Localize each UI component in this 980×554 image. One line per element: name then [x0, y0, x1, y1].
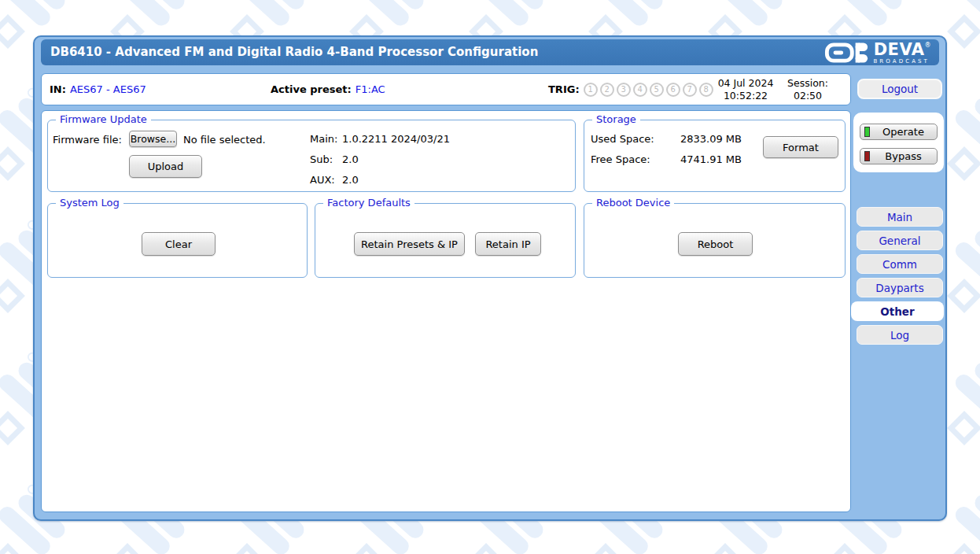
- free-space-label: Free Space:: [591, 153, 650, 165]
- clear-button[interactable]: Clear: [142, 232, 216, 256]
- firmware-sub-value: 2.0: [342, 153, 359, 165]
- input-status: IN: AES67 - AES67: [50, 74, 146, 105]
- brand-name: DEVA: [874, 42, 925, 58]
- operate-bypass-panel: Operate Bypass: [853, 113, 944, 172]
- title-bar: DB6410 - Advanced FM and Digital Radio 4…: [41, 39, 939, 65]
- trig-indicator-1: 1: [584, 83, 598, 97]
- sidebar-item-dayparts[interactable]: Dayparts: [857, 278, 943, 297]
- firmware-file-label: Firmware file:: [53, 134, 122, 146]
- sidebar-item-other[interactable]: Other: [851, 301, 944, 321]
- deva-watermark-icon: [944, 349, 980, 460]
- operate-label: Operate: [870, 126, 937, 138]
- free-space-value: 4741.91 MB: [663, 153, 742, 165]
- bypass-label: Bypass: [870, 150, 937, 162]
- deva-watermark-icon: [944, 217, 980, 327]
- active-preset-status: Active preset: F1:AC: [271, 74, 385, 105]
- bypass-led-icon: [864, 151, 870, 161]
- reboot-button[interactable]: Reboot: [678, 232, 753, 256]
- trig-indicator-5: 5: [650, 83, 664, 97]
- firmware-main-value: 1.0.2211 2024/03/21: [342, 133, 450, 145]
- browse-button[interactable]: Browse...: [129, 131, 177, 147]
- storage-title: Storage: [592, 113, 640, 125]
- used-space-label: Used Space:: [591, 133, 654, 145]
- no-file-text: No file selected.: [183, 134, 266, 146]
- page-title: DB6410 - Advanced FM and Digital Radio 4…: [50, 39, 538, 65]
- content-panel: Firmware Update Firmware file: Browse...…: [41, 110, 851, 512]
- retain-presets-ip-button[interactable]: Retain Presets & IP: [354, 232, 465, 256]
- reboot-device-title: Reboot Device: [592, 197, 674, 209]
- trig-indicator-6: 6: [666, 83, 680, 97]
- section-system-log: System Log Clear: [47, 203, 308, 278]
- preset-value: F1:AC: [356, 83, 385, 95]
- sidebar-item-general[interactable]: General: [857, 231, 943, 250]
- firmware-main-label: Main:: [310, 133, 337, 145]
- deva-watermark-icon: [944, 0, 980, 63]
- firmware-sub-label: Sub:: [310, 153, 333, 165]
- session-value: 02:50: [768, 90, 847, 102]
- trig-label: TRIG:: [548, 83, 580, 95]
- format-button[interactable]: Format: [763, 136, 838, 158]
- status-bar: IN: AES67 - AES67 Active preset: F1:AC T…: [41, 73, 851, 105]
- factory-defaults-title: Factory Defaults: [323, 197, 414, 209]
- preset-label: Active preset:: [271, 83, 352, 95]
- section-firmware-update: Firmware Update Firmware file: Browse...…: [47, 120, 576, 192]
- section-reboot-device: Reboot Device Reboot: [584, 203, 846, 278]
- used-space-value: 2833.09 MB: [663, 133, 742, 145]
- upload-button[interactable]: Upload: [129, 155, 202, 178]
- in-label: IN:: [50, 83, 66, 95]
- section-factory-defaults: Factory Defaults Retain Presets & IP Ret…: [315, 203, 576, 278]
- brand-subtitle: BROADCAST: [873, 59, 930, 65]
- session-info: Session: 02:50: [768, 77, 847, 102]
- section-storage: Storage Used Space: 2833.09 MB Free Spac…: [584, 120, 846, 192]
- sidebar-item-main[interactable]: Main: [857, 207, 943, 227]
- sidebar-item-log[interactable]: Log: [857, 325, 943, 345]
- retain-ip-button[interactable]: Retain IP: [475, 232, 541, 256]
- trig-indicator-4: 4: [633, 83, 647, 97]
- firmware-aux-label: AUX:: [310, 174, 335, 186]
- trig-indicator-2: 2: [600, 83, 614, 97]
- operate-button[interactable]: Operate: [860, 124, 938, 140]
- trigger-status: TRIG: 1 2 3 4 5 6 7 8: [548, 74, 713, 105]
- trig-indicator-3: 3: [617, 83, 631, 97]
- firmware-update-title: Firmware Update: [56, 113, 151, 125]
- in-value: AES67 - AES67: [70, 83, 146, 95]
- operate-led-icon: [864, 127, 870, 137]
- sidebar-item-comm[interactable]: Comm: [857, 254, 943, 274]
- system-log-title: System Log: [56, 197, 123, 209]
- brand-text: DEVA® BROADCAST: [873, 42, 931, 65]
- deva-watermark-icon: [944, 482, 980, 554]
- bypass-button[interactable]: Bypass: [860, 148, 938, 164]
- main-window: DB6410 - Advanced FM and Digital Radio 4…: [33, 35, 947, 521]
- firmware-aux-value: 2.0: [342, 174, 359, 186]
- db-emblem-icon: [824, 41, 870, 65]
- registered-mark-icon: ®: [925, 42, 932, 49]
- deva-watermark-icon: [944, 85, 980, 195]
- deva-logo: DEVA® BROADCAST: [824, 41, 931, 65]
- logout-button[interactable]: Logout: [857, 79, 942, 99]
- session-label: Session:: [768, 77, 847, 90]
